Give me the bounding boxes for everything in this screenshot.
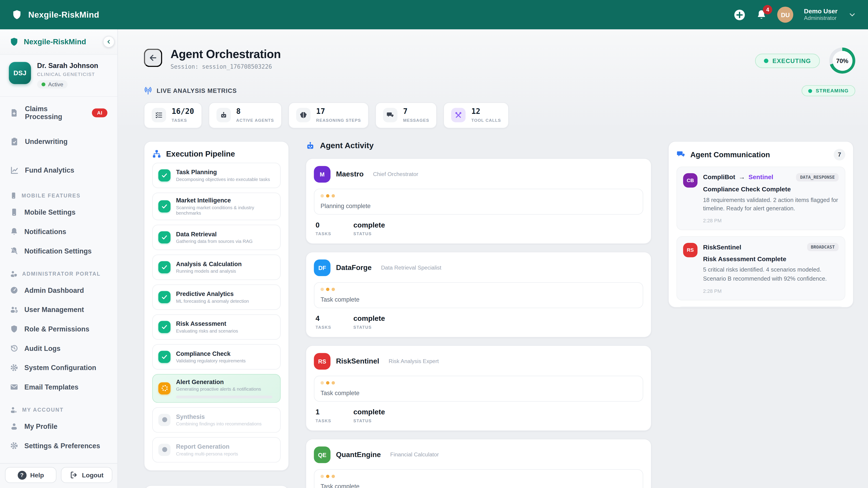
sidebar-item-mobile-settings[interactable]: Mobile Settings — [4, 202, 113, 222]
agent-message-box: Planning complete — [314, 188, 643, 215]
gear-icon — [10, 363, 18, 372]
pending-dot-icon — [162, 447, 167, 452]
check-icon — [161, 234, 168, 240]
typing-dots-icon — [320, 381, 637, 384]
agent-communication-panel: Agent Communication 7 CB CompliBot → Sen… — [668, 141, 854, 307]
pipeline-step-predictive-analytics[interactable]: Predictive Analytics ML forecasting & an… — [152, 284, 281, 310]
sidebar-item-settings-preferences[interactable]: Settings & Preferences — [4, 436, 113, 455]
sidebar-item-label: Claims Processing — [25, 105, 86, 121]
sidebar-section-my-account: MY ACCOUNT — [4, 403, 113, 417]
pipeline-step-analysis-calculation[interactable]: Analysis & Calculation Running models an… — [152, 254, 281, 280]
message-count-badge: 7 — [834, 149, 845, 160]
profile-name: Dr. Sarah Johnson — [37, 62, 98, 70]
arrow-left-icon — [148, 53, 158, 63]
pipeline-step-risk-assessment[interactable]: Risk Assessment Evaluating risks and sce… — [152, 314, 281, 339]
sidebar-item-claims-processing[interactable]: Claims Processing AI — [4, 101, 113, 125]
metric-card-messages: 7 MESSAGES — [375, 102, 437, 128]
logout-label: Logout — [82, 472, 103, 478]
message-avatar: RS — [683, 243, 698, 257]
sidebar-item-my-profile[interactable]: My Profile — [4, 417, 113, 436]
mail-icon — [10, 383, 18, 391]
communication-message[interactable]: RS RiskSentinel BROADCAST Risk Assessmen… — [677, 236, 845, 300]
message-from: CompliBot — [703, 174, 735, 180]
bell-icon — [10, 228, 18, 236]
logout-button[interactable]: Logout — [61, 467, 112, 483]
pipeline-step-report-generation[interactable]: Report Generation Creating multi-persona… — [152, 437, 281, 462]
pending-dot-icon — [162, 417, 167, 422]
sidebar-item-audit-logs[interactable]: Audit Logs — [4, 339, 113, 358]
help-button[interactable]: ? Help — [5, 467, 57, 483]
metric-label: ACTIVE AGENTS — [236, 118, 274, 123]
chevron-down-icon[interactable] — [848, 11, 857, 19]
typing-dots-icon — [320, 287, 637, 291]
agent-card-dataforge[interactable]: DF DataForge Data Retrieval Specialist T… — [306, 252, 652, 337]
task-queue-panel: Task Queue 16/20 Scan Market Conditions … — [144, 485, 289, 488]
agent-card-risksentinel[interactable]: RS RiskSentinel Risk Analysis Expert Tas… — [306, 345, 652, 431]
sidebar-item-label: Fund Analytics — [25, 166, 74, 174]
sidebar-item-fund-analytics[interactable]: Fund Analytics — [4, 158, 113, 183]
executing-label: EXECUTING — [772, 57, 811, 64]
sidebar-profile-card[interactable]: DSJ Dr. Sarah Johnson CLINICAL GENETICIS… — [0, 55, 117, 97]
pipeline-step-market-intelligence[interactable]: Market Intelligence Scanning market cond… — [152, 192, 281, 220]
chart-line-icon — [10, 166, 19, 175]
step-title: Risk Assessment — [176, 320, 275, 327]
sidebar-item-notifications[interactable]: Notifications — [4, 222, 113, 241]
add-button[interactable] — [734, 8, 746, 21]
clipboard-check-icon — [10, 137, 19, 146]
user-menu[interactable]: Demo User Administrator — [804, 7, 838, 22]
avatar[interactable]: DU — [777, 6, 794, 23]
step-desc: Decomposing objectives into executable t… — [176, 176, 275, 182]
sidebar-section-administrator-portal: ADMINISTRATOR PORTAL — [4, 267, 113, 281]
page-header: Agent Orchestration Session: session_176… — [144, 48, 855, 74]
agent-role: Data Retrieval Specialist — [381, 265, 441, 271]
agent-status-value: complete — [353, 314, 385, 322]
sidebar-item-label: Underwriting — [25, 138, 68, 145]
metric-card-active-agents: 8 ACTIVE AGENTS — [209, 102, 282, 128]
sidebar-item-role-permissions[interactable]: Role & Permissions — [4, 319, 113, 339]
message-to: Sentinel — [748, 174, 773, 180]
communication-message[interactable]: CB CompliBot → Sentinel DATA_RESPONSE Co… — [677, 166, 845, 230]
step-desc: Gathering data from sources via RAG — [176, 238, 275, 243]
metrics-header: LIVE ANALYSIS METRICS STREAMING — [144, 85, 855, 96]
sidebar-item-notification-settings[interactable]: Notification Settings — [4, 241, 113, 261]
sidebar-brand: Nexgile-RiskMind — [0, 29, 117, 55]
pipeline-step-synthesis[interactable]: Synthesis Combining findings into recomm… — [152, 407, 281, 432]
typing-dots-icon — [320, 194, 637, 197]
tasks-label: TASKS — [315, 231, 331, 236]
agent-avatar: QE — [314, 446, 331, 463]
agent-message-box: Task complete — [314, 376, 643, 401]
user-shield-icon — [10, 270, 18, 278]
agent-message: Task complete — [320, 389, 637, 396]
help-icon: ? — [18, 470, 26, 480]
step-desc: Validating regulatory requirements — [176, 358, 275, 363]
message-time: 2:28 PM — [703, 218, 839, 223]
metric-value: 12 — [471, 108, 501, 116]
sidebar-collapse-button[interactable] — [103, 36, 115, 47]
agent-name: QuantEngine — [336, 450, 381, 459]
back-button[interactable] — [144, 49, 162, 67]
pipeline-step-alert-generation[interactable]: Alert Generation Generating proactive al… — [152, 374, 281, 402]
sidebar-item-user-management[interactable]: User Management — [4, 300, 113, 319]
notifications-button[interactable]: 4 — [756, 9, 767, 20]
agent-card-maestro[interactable]: M Maestro Chief Orchestrator Planning co… — [306, 158, 652, 244]
pipeline-step-compliance-check[interactable]: Compliance Check Validating regulatory r… — [152, 344, 281, 369]
pipeline-step-task-planning[interactable]: Task Planning Decomposing objectives int… — [152, 162, 281, 188]
step-title: Task Planning — [176, 168, 275, 175]
sidebar-item-admin-dashboard[interactable]: Admin Dashboard — [4, 281, 113, 300]
pipeline-title: Execution Pipeline — [166, 149, 235, 158]
agent-activity-column: Agent Activity M Maestro Chief Orchestra… — [306, 141, 652, 488]
sidebar-item-system-configuration[interactable]: System Configuration — [4, 358, 113, 377]
sidebar-item-underwriting[interactable]: Underwriting — [4, 129, 113, 154]
message-avatar: CB — [683, 173, 698, 187]
sidebar-item-email-templates[interactable]: Email Templates — [4, 377, 113, 397]
profile-status-label: Active — [48, 81, 63, 88]
metric-value: 7 — [403, 108, 429, 116]
chat-icon — [677, 150, 685, 159]
message-time: 2:28 PM — [703, 288, 839, 293]
agent-card-quantengine[interactable]: QE QuantEngine Financial Calculator Task… — [306, 438, 652, 488]
robot-icon — [219, 111, 227, 119]
pipeline-step-data-retrieval[interactable]: Data Retrieval Gathering data from sourc… — [152, 224, 281, 250]
sidebar-item-label: Mobile Settings — [24, 208, 75, 216]
user-name: Demo User — [804, 7, 838, 15]
communication-message[interactable]: PR Predictor → RiskSentinel DATA_RESPONS… — [677, 306, 845, 307]
